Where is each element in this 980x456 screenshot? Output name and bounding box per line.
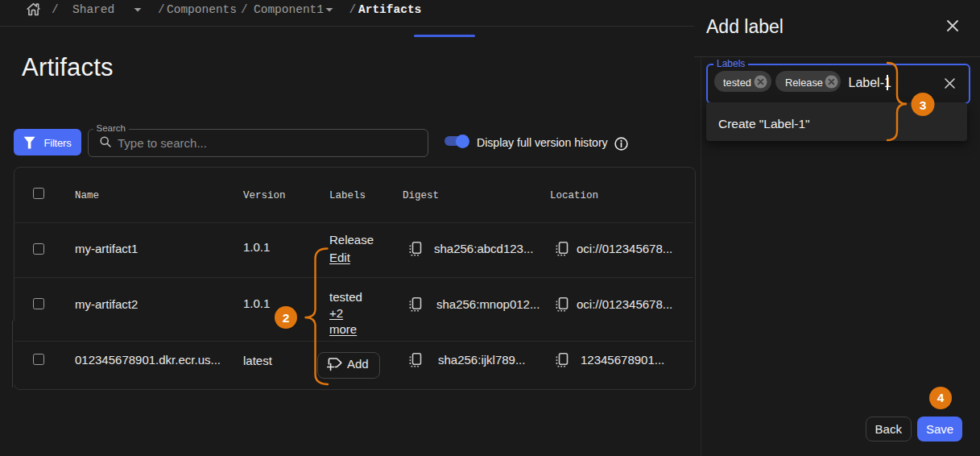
svg-text:3: 3: [920, 98, 927, 112]
svg-text:2: 2: [283, 311, 290, 325]
